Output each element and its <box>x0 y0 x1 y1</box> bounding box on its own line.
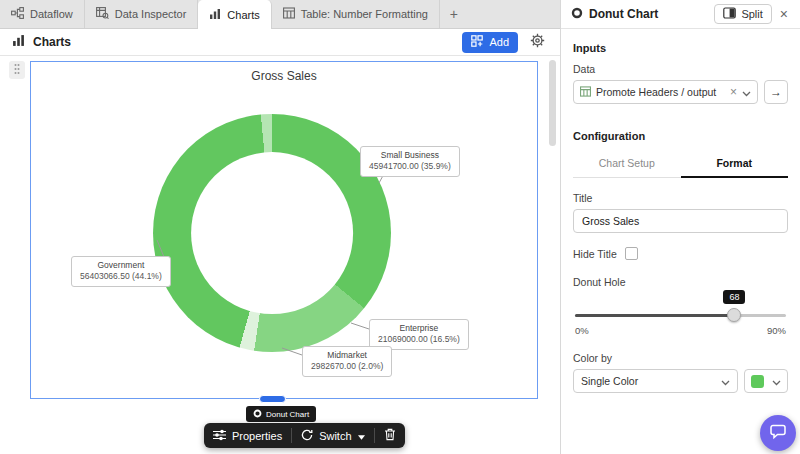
panel-header: Donut Chart Split × <box>561 0 800 29</box>
split-button[interactable]: Split <box>714 4 771 24</box>
dataflow-icon <box>11 7 24 21</box>
data-source-select[interactable]: Promote Headers / output × <box>573 80 758 104</box>
tab-data-inspector[interactable]: Data Inspector <box>85 0 199 28</box>
table-icon <box>283 7 295 21</box>
slider-value-bubble: 68 <box>723 290 745 304</box>
data-source-value: Promote Headers / output <box>596 86 725 98</box>
switch-label: Switch <box>319 430 351 442</box>
tab-label: Dataflow <box>30 8 73 20</box>
close-icon: × <box>780 6 788 22</box>
split-label: Split <box>741 8 762 20</box>
slider-min-label: 0% <box>575 325 589 336</box>
sliders-icon <box>213 429 226 443</box>
page-title: Charts <box>33 35 71 49</box>
tab-charts[interactable]: Charts <box>198 0 271 29</box>
data-field-label: Data <box>573 63 788 75</box>
tab-format[interactable]: Format <box>681 151 789 178</box>
color-by-label: Color by <box>573 352 788 364</box>
callout-label: Midmarket <box>311 350 383 361</box>
panel-title: Donut Chart <box>589 7 658 21</box>
table-icon <box>580 83 591 101</box>
trash-icon <box>384 428 396 443</box>
donut-chart-object[interactable]: Gross Sales Small Business 45941700.00 (… <box>30 61 538 399</box>
donut-ring[interactable] <box>153 114 391 352</box>
chart-title-input[interactable] <box>573 209 788 233</box>
slider-fill <box>575 314 734 317</box>
chat-bubble-icon <box>769 422 787 444</box>
slider-handle[interactable] <box>727 308 741 322</box>
data-inspector-icon <box>96 7 109 21</box>
chevron-down-icon <box>742 83 751 101</box>
tab-label: Table: Number Formatting <box>301 8 428 20</box>
new-tab-button[interactable]: + <box>440 0 468 28</box>
bar-chart-icon <box>12 33 25 51</box>
clear-selection-button[interactable]: × <box>730 86 737 98</box>
clear-icon: × <box>730 85 737 99</box>
scrollbar-thumb[interactable] <box>549 60 556 146</box>
callout-label: Small Business <box>369 150 451 161</box>
donut-icon <box>571 5 583 23</box>
data-input-row: Promote Headers / output × → <box>573 80 788 104</box>
toolbar-divider <box>291 428 292 443</box>
vertical-scrollbar[interactable] <box>549 60 556 450</box>
close-panel-button[interactable]: × <box>778 7 790 21</box>
drag-handle[interactable] <box>9 61 25 79</box>
color-by-select[interactable]: Single Color <box>573 369 738 393</box>
selection-badge-label: Donut Chart <box>266 410 309 419</box>
callout-label: Enterprise <box>378 323 460 334</box>
slider-max-label: 90% <box>767 325 786 336</box>
chevron-down-icon <box>721 372 730 390</box>
title-field-label: Title <box>573 192 788 204</box>
callout-value: 21069000.00 (16.5%) <box>378 334 460 345</box>
hide-title-row: Hide Title <box>573 247 788 260</box>
hide-title-checkbox[interactable] <box>625 247 638 260</box>
donut-icon <box>253 409 262 420</box>
selection-badge: Donut Chart <box>246 406 316 422</box>
properties-panel: Donut Chart Split × Inputs Data Promote … <box>560 0 800 454</box>
donut-hole-slider[interactable]: 68 <box>575 314 786 317</box>
arrow-right-icon: → <box>770 85 782 99</box>
switch-button[interactable]: Switch <box>301 429 364 443</box>
slider-range-labels: 0% 90% <box>575 325 786 336</box>
chevron-down-icon <box>772 372 781 390</box>
configuration-tabs: Chart Setup Format <box>573 151 788 178</box>
color-by-row: Single Color <box>573 369 788 393</box>
properties-button[interactable]: Properties <box>213 429 282 443</box>
donut-hole-label: Donut Hole <box>573 276 788 288</box>
gear-icon <box>530 33 545 52</box>
properties-label: Properties <box>232 430 282 442</box>
bar-chart-icon <box>209 8 221 22</box>
settings-button[interactable] <box>526 31 548 53</box>
panel-body: Inputs Data Promote Headers / output × →… <box>561 29 800 406</box>
plus-icon: + <box>450 6 458 22</box>
callout-midmarket: Midmarket 2982670.00 (2.0%) <box>302 346 392 377</box>
tab-label: Data Inspector <box>115 8 187 20</box>
caret-down-icon <box>358 430 365 442</box>
grid-plus-icon <box>471 35 483 49</box>
chart-title: Gross Sales <box>31 69 537 83</box>
tab-chart-setup[interactable]: Chart Setup <box>573 151 681 177</box>
color-by-value: Single Color <box>581 375 715 387</box>
floating-toolbar: Properties Switch <box>204 423 405 448</box>
callout-government: Government 56403066.50 (44.1%) <box>71 256 171 287</box>
callout-small-business: Small Business 45941700.00 (35.9%) <box>360 146 460 177</box>
toolbar-divider <box>374 428 375 443</box>
delete-button[interactable] <box>384 428 396 443</box>
color-swatch-select[interactable] <box>744 369 788 393</box>
callout-value: 45941700.00 (35.9%) <box>369 161 451 172</box>
tab-dataflow[interactable]: Dataflow <box>0 0 85 28</box>
add-chart-button[interactable]: Add <box>462 32 518 53</box>
hide-title-label: Hide Title <box>573 248 617 260</box>
resize-handle[interactable] <box>259 395 286 403</box>
tab-table-number-formatting[interactable]: Table: Number Formatting <box>272 0 440 28</box>
open-output-button[interactable]: → <box>764 80 788 104</box>
chat-fab-button[interactable] <box>760 415 796 451</box>
configuration-heading: Configuration <box>573 130 788 142</box>
refresh-icon <box>301 429 313 443</box>
callout-label: Government <box>80 260 162 271</box>
donut-hole <box>191 152 353 314</box>
callout-value: 2982670.00 (2.0%) <box>311 361 383 372</box>
charts-toolbar: Charts Add <box>0 29 560 56</box>
inputs-heading: Inputs <box>573 42 788 54</box>
chart-canvas[interactable]: Gross Sales Small Business 45941700.00 (… <box>0 56 560 454</box>
